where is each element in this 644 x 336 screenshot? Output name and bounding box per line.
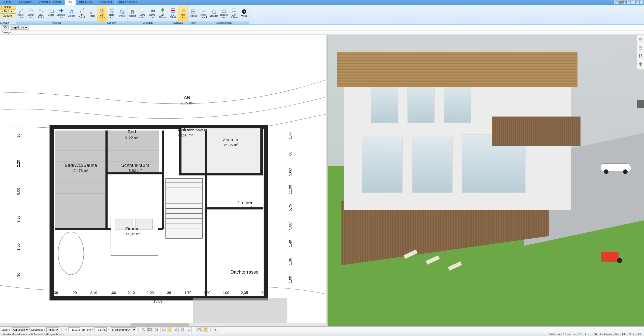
tools-icon[interactable] [614,0,618,4]
dim-text: 5,06⁵ [288,221,292,230]
ribbon-btn-eyedropper[interactable]: Abgrei- fen [16,5,26,21]
ribbon-btn-rotate[interactable]: Drehen [67,5,77,21]
grid-icon[interactable] [197,327,202,332]
layer3-icon[interactable] [180,327,185,332]
phi-input[interactable] [94,327,107,332]
status-unit: Zentimeter [598,333,614,336]
ribbon-btn-bulb[interactable]: Licht- quelle ▾ [138,5,148,21]
geschoss-select[interactable]: Attika [46,327,59,332]
menu-tab-gelaende[interactable]: GELÄNDE [76,0,96,5]
menu-tab-bearbeiten[interactable]: BEARBEITEN [116,0,141,5]
palette-icon[interactable] [638,53,643,59]
menu-tab-3d[interactable]: 3D [65,0,76,5]
ribbon-btn-cube-calc[interactable]: Rech- nen [107,5,117,21]
maximize-button[interactable]: ▢ [635,0,639,4]
plan-hscrollbar[interactable] [0,323,326,326]
ribbon-btn-scale[interactable]: Skalie- ren [46,5,56,21]
ribbon-btn-play[interactable]: Video [239,5,249,21]
l-input[interactable] [68,327,80,332]
menu-tab-sichten[interactable]: SICHTEN [96,0,115,5]
ribbon-btn-label: Hin. Pinsel [79,14,85,19]
ribbon-btn-brush[interactable]: Pinsel [87,5,97,21]
clock-icon[interactable] [141,327,146,332]
svg-point-62 [58,232,84,275]
menu-tab-datei[interactable]: DATEI [0,0,15,5]
tree-icon [160,8,166,13]
ribbon-btn-edit[interactable]: Bear- beiten [36,5,46,21]
dim-text: 2,33 [185,296,192,300]
layout-icon[interactable] [623,0,626,4]
ribbon-caption: Einfügen [127,21,168,24]
mark-button[interactable]: Mark.▾ [0,9,16,14]
svg-rect-8 [80,11,81,13]
room-label: Zimmer [125,226,141,231]
ribbon-btn-cube-brush[interactable]: Pinsel [117,5,127,21]
viewmode-3d[interactable]: 3D [2,25,9,29]
ribbon-btn-cube[interactable]: Dar- stellen [97,5,107,21]
layer-select[interactable]: Abfluesse [12,327,29,332]
svg-rect-0 [619,1,622,4]
catalog-icon[interactable] [618,0,622,4]
ribbon-caption: Sonstige [168,21,188,24]
dim-text: 36 [167,291,171,295]
ribbon-btn-area[interactable]: m²Fläche [188,5,199,21]
menu-tab-projekt[interactable]: PROJEKT [15,0,36,5]
record-icon[interactable] [154,327,159,332]
tree-icon[interactable] [638,61,643,67]
dim-text: 9,80 [16,215,20,222]
cube-brush-icon [119,9,125,14]
info-icon[interactable]: i [213,327,218,332]
svg-rect-70 [641,54,642,56]
mode-select[interactable]: dl (Richtung/Di [111,327,136,332]
minimize-button[interactable]: _ [631,0,635,4]
ribbon-btn-monitor[interactable]: Dar- stellung [229,5,239,21]
room-area: 15,85 m² [223,143,238,147]
dim-text: 80 [288,152,292,156]
ribbon-btn-shadow-house[interactable]: Schatten [209,5,219,21]
terrain-select[interactable]: Urgelände [10,25,28,30]
status-z: Z: [583,333,589,336]
ribbon-btn-lighting-house[interactable]: Beleuch- tung [219,5,229,21]
eraser-icon[interactable] [187,327,192,332]
dim-text: 1,36 [288,258,292,265]
layers-icon[interactable] [638,37,643,43]
room-area: 8,80 m² [129,168,142,173]
3d-view[interactable] [328,35,644,326]
dim-text: 1,00 [288,276,292,283]
floorplan-view[interactable]: Bad/WC/Sauna24,73 m²Bad8,00 m²AR2,75 m²G… [0,35,326,326]
ribbon-btn-background[interactable]: Hinter- grund [199,5,209,21]
svg-rect-20 [163,11,163,13]
layer1-icon[interactable] [167,327,172,332]
ribbon-btn-section[interactable]: 3D- Schnitt [168,5,178,21]
l-unit: cm [82,328,86,331]
ribbon-btn-chair[interactable]: Objekt [127,5,138,21]
ribbon-btn-label: Zuwei- sen [28,14,35,19]
ribbon-btn-tree[interactable]: 3D- Bitmap [158,5,168,21]
room-label: Bad [127,129,136,134]
furniture-icon[interactable] [638,45,643,51]
ribbon-btn-label: Beleuch- tung [219,14,229,19]
ribbon-btn-collision[interactable]: Kolli- sion [178,5,188,21]
ribbon-btn-camera[interactable]: Kame- ra [148,5,158,21]
render-mower [601,252,619,262]
ribbon-btn-assign[interactable]: Zuwei- sen [26,5,36,21]
layer2-icon[interactable] [174,327,179,332]
optionen-button[interactable]: +Optionen [0,14,16,18]
ribbon-btn-label: Licht- quelle ▾ [139,14,147,19]
monitor-icon[interactable] [147,327,152,332]
ribbon-btn-label: Drehen [68,15,75,17]
dim-text: 2,10 [90,291,97,295]
selekt-button[interactable]: Selekt [0,5,16,9]
ribbon-btn-brush-add[interactable]: +Hin. Pinsel [77,5,87,21]
right-panel-tab[interactable] [637,100,644,108]
dim-text: 1,00 [109,291,116,295]
zfront-icon[interactable] [160,327,166,332]
north-icon[interactable]: N [203,327,208,332]
status-rf: RF [636,333,643,336]
dim-text: 2,35 [241,291,248,295]
close-button[interactable]: × [640,0,643,4]
help-icon[interactable]: ? [627,0,631,4]
dim-text: 20 [73,291,77,295]
menu-tab-konstruktion[interactable]: KONSTRUKTION [35,0,65,5]
ribbon-btn-move[interactable]: Verschie- ben [56,5,67,21]
